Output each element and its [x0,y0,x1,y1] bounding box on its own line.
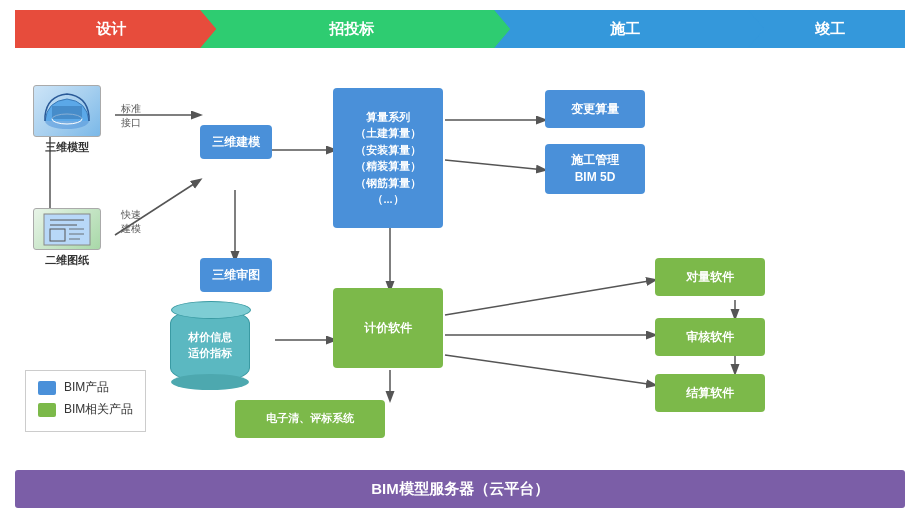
cylinder-body: 材价信息 适价指标 [170,308,250,383]
quick-build-label: 快速 建模 [121,208,141,236]
svg-rect-17 [52,106,82,119]
audit-box: 审核软件 [655,318,765,356]
legend-green-color [38,403,56,417]
legend-item-blue: BIM产品 [38,379,133,396]
comparison-label: 对量软件 [686,269,734,286]
settlement-box: 结算软件 [655,374,765,412]
phase-bar: 设计 招投标 施工 竣工 [15,10,905,48]
bottom-bar: BIM模型服务器（云平台） [15,470,905,508]
legend-blue-label: BIM产品 [64,379,109,396]
3d-review-label: 三维审图 [212,267,260,284]
quick-build-text: 快速 建模 [121,209,141,234]
phase-bidding: 招投标 [200,10,494,48]
construction-mgmt-label: 施工管理 BIM 5D [571,152,619,186]
3d-model-image [33,85,101,137]
3d-review-box: 三维审图 [200,258,272,292]
blueprint-icon [42,212,92,247]
legend-blue-color [38,381,56,395]
pricing-box: 计价软件 [333,288,443,368]
material-price-cylinder: 材价信息 适价指标 [170,308,250,383]
3d-modeling-box: 三维建模 [200,125,272,159]
ebid-box: 电子清、评标系统 [235,400,385,438]
phase-completion: 竣工 [748,10,905,48]
svg-line-5 [445,160,545,170]
stadium-icon [42,91,92,131]
construction-mgmt-box: 施工管理 BIM 5D [545,144,645,194]
change-calc-label: 变更算量 [571,101,619,118]
svg-line-8 [445,280,655,315]
3d-model-label: 三维模型 [45,140,89,155]
pricing-label: 计价软件 [364,320,412,337]
legend-item-green: BIM相关产品 [38,401,133,418]
change-calc-box: 变更算量 [545,90,645,128]
bottom-bar-label: BIM模型服务器（云平台） [371,480,549,499]
settlement-label: 结算软件 [686,385,734,402]
calc-series-label: 算量系列 （土建算量） （安装算量） （精装算量） （钢筋算量） （...） [355,109,421,208]
ebid-label: 电子清、评标系统 [266,411,354,426]
standard-interface-label: 标准 接口 [121,102,141,130]
2d-drawing-box: 二维图纸 [33,208,101,268]
3d-modeling-label: 三维建模 [212,134,260,151]
phase-completion-label: 竣工 [815,20,845,39]
audit-label: 审核软件 [686,329,734,346]
material-label: 材价信息 适价指标 [188,330,232,361]
2d-drawing-label: 二维图纸 [45,253,89,268]
phase-design-label: 设计 [96,20,126,39]
3d-model-box: 三维模型 [33,85,101,155]
2d-drawing-image [33,208,101,250]
comparison-box: 对量软件 [655,258,765,296]
flow-arrows [15,60,905,462]
legend: BIM产品 BIM相关产品 [25,370,146,432]
standard-interface-text: 标准 接口 [121,103,141,128]
legend-green-label: BIM相关产品 [64,401,133,418]
phase-bidding-label: 招投标 [329,20,374,39]
phase-design: 设计 [15,10,200,48]
phase-construction-label: 施工 [610,20,640,39]
calc-series-box: 算量系列 （土建算量） （安装算量） （精装算量） （钢筋算量） （...） [333,88,443,228]
svg-line-10 [445,355,655,385]
main-diagram: 三维模型 二维图纸 标准 接口 快速 建模 三维建模 三维审图 [15,60,905,462]
phase-construction: 施工 [494,10,747,48]
